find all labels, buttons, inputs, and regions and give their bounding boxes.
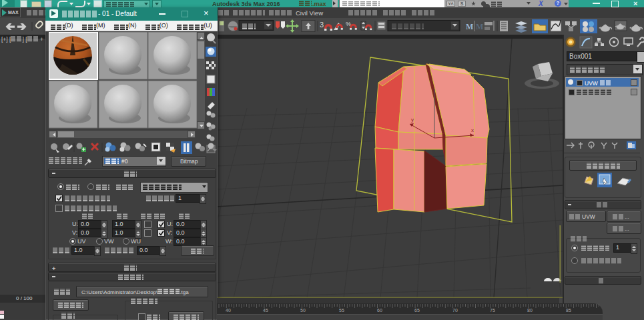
svg-text:M: M: [466, 22, 473, 31]
svg-text:60: 60: [377, 308, 382, 313]
svg-text:75: 75: [490, 308, 495, 313]
svg-text:y: y: [411, 117, 414, 123]
svg-text:x: x: [471, 127, 474, 133]
svg-text:85: 85: [566, 308, 571, 313]
svg-text:70: 70: [452, 308, 458, 313]
svg-text:80: 80: [527, 308, 533, 313]
svg-text:50: 50: [300, 308, 306, 313]
svg-text:3: 3: [320, 21, 324, 29]
svg-text:45: 45: [263, 308, 268, 313]
svg-text:55: 55: [339, 308, 344, 313]
svg-text:65: 65: [414, 308, 420, 313]
svg-text:40: 40: [226, 308, 231, 313]
svg-text:M: M: [476, 22, 483, 31]
